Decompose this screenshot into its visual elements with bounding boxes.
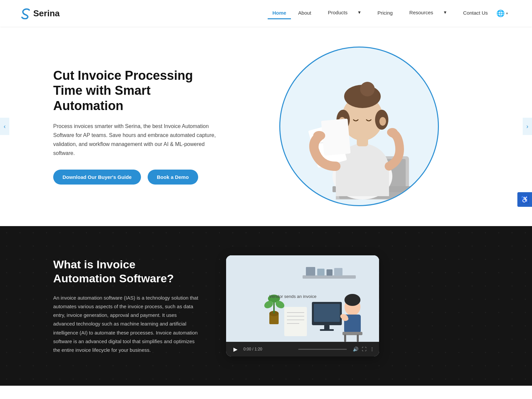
carousel-prev-button[interactable]: ‹: [0, 118, 9, 135]
nav-link-about[interactable]: About: [294, 7, 316, 19]
nav-item-about[interactable]: About: [294, 7, 316, 19]
section-heading: What is Invoice Automation Software?: [53, 257, 200, 286]
hero-circle: [279, 47, 439, 206]
svg-rect-44: [344, 334, 346, 342]
video-card: Vendor sends an invoice ▶ 0:00 / 1:20 🔊 …: [226, 255, 379, 356]
accessibility-icon: ♿: [521, 196, 529, 203]
nav-link-products[interactable]: Products ▾: [319, 4, 370, 23]
video-play-button[interactable]: ▶: [231, 344, 240, 354]
svg-rect-27: [334, 268, 342, 276]
hero-illustration: [293, 53, 426, 200]
video-progress-bar[interactable]: [298, 349, 347, 350]
video-scene-illustration: Vendor sends an invoice: [226, 255, 379, 342]
carousel-next-button[interactable]: ›: [523, 118, 532, 135]
section-text: What is Invoice Automation Software? An …: [53, 257, 200, 355]
logo-text: Serina: [33, 8, 60, 19]
video-controls: ▶ 0:00 / 1:20 🔊 ⛶ ⋮: [226, 342, 379, 356]
svg-point-18: [313, 131, 325, 140]
svg-rect-25: [317, 269, 325, 276]
hero-image-area: [219, 47, 499, 206]
svg-text:Vendor sends an invoice: Vendor sends an invoice: [269, 294, 317, 299]
invoice-automation-section: What is Invoice Automation Software? An …: [0, 226, 532, 386]
logo[interactable]: Serina: [20, 7, 60, 19]
nav-links: Home About Products ▾ Pricing Resources …: [268, 4, 492, 23]
video-more-button[interactable]: ⋮: [370, 346, 374, 352]
nav-item-home[interactable]: Home: [268, 7, 291, 19]
chevron-down-icon: ▾: [439, 7, 451, 19]
svg-rect-24: [306, 267, 315, 276]
nav-item-products[interactable]: Products ▾: [319, 4, 370, 23]
svg-rect-37: [320, 329, 334, 331]
svg-rect-36: [324, 325, 330, 330]
navigation: Serina Home About Products ▾ Pricing Res…: [0, 0, 532, 27]
hero-text: Cut Invoice Processing Time with Smart A…: [53, 68, 219, 185]
nav-item-resources[interactable]: Resources ▾: [400, 4, 456, 23]
globe-icon: 🌐: [496, 9, 505, 17]
logo-icon: [20, 7, 32, 19]
video-time: 0:00 / 1:20: [243, 347, 292, 351]
svg-rect-45: [357, 334, 359, 342]
chevron-down-icon: ▾: [353, 7, 365, 19]
hero-headline: Cut Invoice Processing Time with Smart A…: [53, 68, 219, 114]
svg-point-11: [379, 117, 386, 126]
hero-buttons: Download Our Buyer's Guide Book a Demo: [53, 170, 219, 185]
video-scene: Vendor sends an invoice: [226, 255, 379, 342]
hero-body: Process invoices smarter with Serina, th…: [53, 122, 219, 158]
nav-link-home[interactable]: Home: [268, 7, 291, 19]
svg-rect-35: [314, 304, 340, 322]
chevron-down-icon: ▾: [506, 11, 508, 16]
svg-rect-26: [327, 269, 332, 276]
svg-rect-23: [303, 275, 356, 279]
video-preview: Vendor sends an invoice: [226, 255, 379, 342]
nav-item-pricing[interactable]: Pricing: [373, 7, 397, 19]
nav-link-contact[interactable]: Contact Us: [459, 7, 492, 19]
language-selector[interactable]: 🌐 ▾: [492, 7, 512, 20]
accessibility-button[interactable]: ♿: [517, 192, 532, 207]
nav-item-contact[interactable]: Contact Us: [459, 7, 492, 19]
svg-point-19: [387, 128, 398, 137]
svg-rect-46: [284, 307, 307, 336]
svg-point-7: [360, 82, 375, 96]
nav-link-pricing[interactable]: Pricing: [373, 7, 397, 19]
video-fullscreen-button[interactable]: ⛶: [362, 346, 366, 352]
download-guide-button[interactable]: Download Our Buyer's Guide: [53, 170, 141, 185]
svg-rect-17: [321, 119, 351, 156]
video-volume-button[interactable]: 🔊: [353, 346, 358, 352]
svg-point-39: [344, 294, 360, 306]
nav-link-resources[interactable]: Resources ▾: [400, 4, 456, 23]
hero-section: ‹ Cut Invoice Processing Time with Smart…: [0, 27, 532, 226]
book-demo-button[interactable]: Book a Demo: [148, 170, 198, 185]
section-body: An invoice automation software (IAS) is …: [53, 294, 200, 355]
